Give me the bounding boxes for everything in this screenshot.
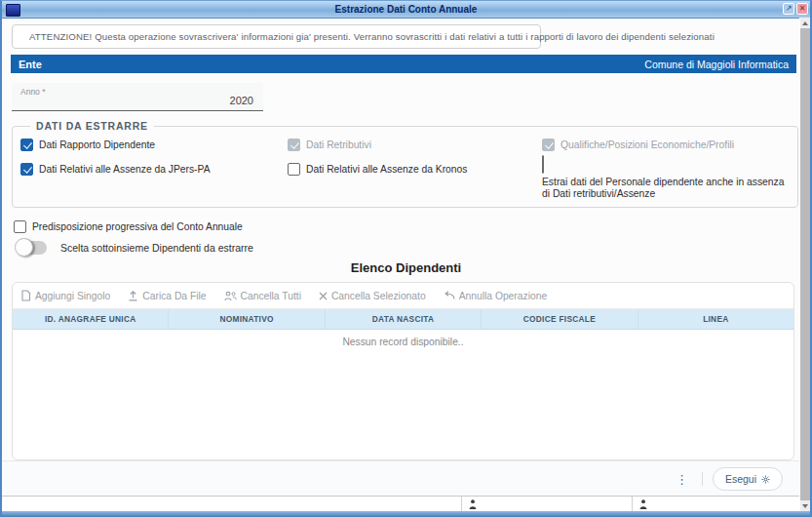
title-bar: Estrazione Dati Conto Annuale ↗ ✕ bbox=[2, 1, 810, 19]
statusbar-divider bbox=[461, 497, 462, 512]
checkbox-dati-retributivi[interactable]: Dati Retributivi bbox=[288, 139, 371, 151]
users-icon bbox=[224, 291, 237, 301]
checkbox-dati-rapporto-dipendente[interactable]: Dati Rapporto Dipendente bbox=[20, 139, 155, 151]
scrollbar-up-icon[interactable] bbox=[800, 18, 810, 28]
column-header-data-nascita[interactable]: DATA NASCITA bbox=[326, 309, 482, 329]
restore-window-icon[interactable]: ↗ bbox=[783, 3, 794, 15]
checkbox-assenze-jpers-pa[interactable]: Dati Relativi alle Assenze da JPers-PA bbox=[20, 163, 211, 176]
kebab-menu-icon[interactable]: ⋮ bbox=[672, 473, 692, 486]
toggle-label: Scelta sottoinsieme Dipendenti da estrar… bbox=[60, 242, 253, 255]
annulla-operazione-button[interactable]: Annulla Operazione bbox=[444, 291, 547, 301]
checkbox-icon bbox=[14, 220, 26, 233]
column-header-id-anagrafe[interactable]: ID. ANAGRAFE UNICA bbox=[13, 309, 169, 329]
anno-field-label: Anno * bbox=[20, 87, 46, 97]
checkbox-icon bbox=[20, 139, 33, 151]
elenco-dipendenti-title: Elenco Dipendenti bbox=[2, 260, 810, 275]
gear-icon bbox=[761, 475, 770, 484]
undo-arrow-icon bbox=[444, 291, 455, 300]
column-header-linea[interactable]: LINEA bbox=[638, 309, 793, 329]
status-bar bbox=[2, 496, 810, 512]
checkbox-assenze-kronos[interactable]: Dati Relativi alle Assenze da Kronos bbox=[288, 163, 467, 176]
dialog-estrazione-dati: Estrazione Dati Conto Annuale ↗ ✕ ATTENZ… bbox=[0, 0, 812, 517]
esegui-button[interactable]: Esegui bbox=[713, 467, 783, 491]
ente-label: Ente bbox=[19, 59, 42, 70]
checkbox-icon bbox=[288, 139, 300, 151]
checkbox-icon bbox=[542, 155, 544, 174]
dati-da-estrarre-fieldset: DATI DA ESTRARRE Dati Rapporto Dipendent… bbox=[12, 126, 798, 208]
column-header-nominativo[interactable]: NOMINATIVO bbox=[169, 309, 325, 329]
dipendenti-table-panel: Aggiungi Singolo Carica Da File Cancella… bbox=[12, 282, 794, 460]
window-title: Estrazione Dati Conto Annuale bbox=[2, 4, 810, 15]
upload-icon bbox=[128, 290, 138, 301]
table-header-row: ID. ANAGRAFE UNICA NOMINATIVO DATA NASCI… bbox=[13, 309, 793, 330]
anno-field[interactable]: Anno * 2020 bbox=[12, 83, 263, 111]
close-window-icon[interactable]: ✕ bbox=[796, 3, 808, 15]
ente-value: Comune di Maggioli Informatica bbox=[644, 59, 789, 70]
scrollbar-thumb[interactable] bbox=[800, 28, 810, 500]
carica-da-file-button[interactable]: Carica Da File bbox=[128, 290, 206, 301]
toggle-switch[interactable] bbox=[16, 241, 47, 255]
warning-text: ATTENZIONE! Questa operazione sovrascriv… bbox=[29, 31, 715, 42]
aggiungi-singolo-button[interactable]: Aggiungi Singolo bbox=[20, 290, 110, 301]
vertical-scrollbar[interactable] bbox=[799, 18, 810, 511]
checkbox-estrai-dati-personale[interactable]: Estrai dati del Personale dipendente anc… bbox=[542, 156, 791, 200]
checkbox-icon bbox=[20, 163, 33, 176]
footer-divider bbox=[702, 472, 703, 486]
ente-header-bar: Ente Comune di Maggioli Informatica bbox=[11, 55, 796, 73]
user-icon bbox=[639, 499, 647, 509]
column-header-codice-fiscale[interactable]: CODICE FISCALE bbox=[482, 309, 638, 329]
statusbar-divider bbox=[632, 497, 633, 512]
close-icon bbox=[319, 292, 328, 300]
fieldset-legend: DATI DA ESTRARRE bbox=[30, 120, 154, 132]
app-icon bbox=[6, 4, 20, 17]
table-toolbar: Aggiungi Singolo Carica Da File Cancella… bbox=[13, 283, 793, 309]
cancella-selezionato-button[interactable]: Cancella Selezionato bbox=[319, 291, 426, 301]
toggle-scelta-sottoinsieme-row: Scelta sottoinsieme Dipendenti da estrar… bbox=[16, 241, 253, 255]
scrollbar-down-icon[interactable] bbox=[800, 500, 810, 511]
footer-action-bar: ⋮ Esegui bbox=[2, 460, 800, 497]
empty-table-message: Nessun record disponibile.. bbox=[13, 337, 793, 347]
checkbox-icon bbox=[542, 139, 555, 151]
cancella-tutti-button[interactable]: Cancella Tutti bbox=[224, 291, 301, 301]
checkbox-icon bbox=[288, 163, 300, 176]
add-file-icon bbox=[20, 290, 31, 301]
warning-banner: ATTENZIONE! Questa operazione sovrascriv… bbox=[12, 24, 541, 49]
toggle-knob bbox=[15, 238, 33, 257]
user-icon bbox=[469, 499, 477, 509]
anno-field-value: 2020 bbox=[230, 95, 253, 106]
checkbox-predisposizione-progressiva[interactable]: Predisposizione progressiva del Conto An… bbox=[14, 220, 243, 233]
checkbox-qualifiche-posizioni[interactable]: Qualifiche/Posizioni Economiche/Profili bbox=[542, 139, 734, 151]
window-bottom-border bbox=[2, 511, 810, 517]
